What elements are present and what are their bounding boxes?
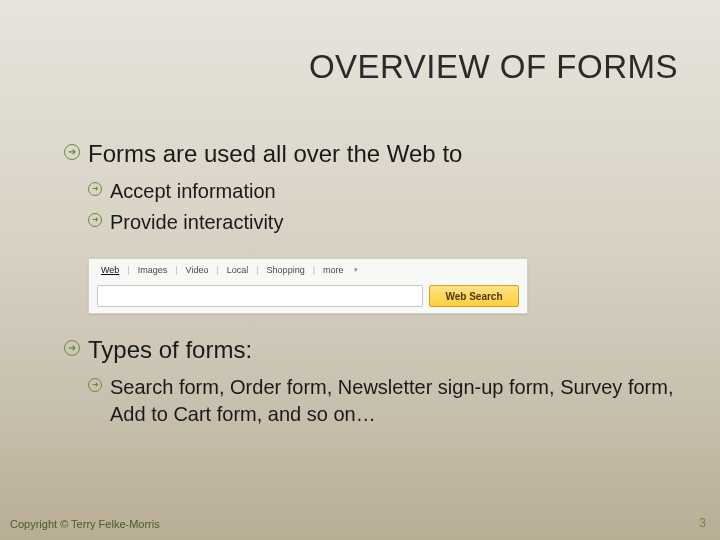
bullet-marker-icon: ➜ (88, 213, 102, 227)
tab-shopping: Shopping (265, 265, 307, 275)
section-2: ➜ Types of forms: ➜ Search form, Order f… (64, 336, 678, 428)
search-input (97, 285, 423, 307)
bullet-sub-1a: ➜ Accept information (88, 178, 678, 205)
bullet-main-1: ➜ Forms are used all over the Web to (64, 140, 678, 168)
web-search-button: Web Search (429, 285, 519, 307)
search-widget-illustration: Web | Images | Video | Local | Shopping … (88, 258, 528, 314)
bullet-main-1-text: Forms are used all over the Web to (88, 140, 462, 167)
bullet-marker-icon: ➜ (88, 378, 102, 392)
tab-images: Images (136, 265, 170, 275)
bullet-sub-1b-text: Provide interactivity (110, 211, 283, 233)
bullet-sub-1a-text: Accept information (110, 180, 276, 202)
chevron-down-icon: ▾ (354, 266, 358, 274)
search-tabs-row: Web | Images | Video | Local | Shopping … (99, 265, 358, 275)
tab-separator: | (216, 265, 218, 275)
bullet-main-2: ➜ Types of forms: (64, 336, 678, 364)
bullet-sub-2a-text: Search form, Order form, Newsletter sign… (110, 376, 674, 425)
tab-video: Video (184, 265, 211, 275)
bullet-sub-2a: ➜ Search form, Order form, Newsletter si… (88, 374, 678, 428)
tab-web: Web (99, 265, 121, 275)
copyright-footer: Copyright © Terry Felke-Morris (10, 518, 160, 530)
page-number: 3 (699, 516, 706, 530)
tab-separator: | (256, 265, 258, 275)
bullet-marker-icon: ➜ (88, 182, 102, 196)
slide-body: ➜ Forms are used all over the Web to ➜ A… (64, 140, 678, 432)
tab-more: more (321, 265, 346, 275)
search-input-row: Web Search (97, 285, 519, 307)
bullet-main-2-text: Types of forms: (88, 336, 252, 363)
tab-separator: | (127, 265, 129, 275)
slide-title: OVERVIEW OF FORMS (309, 48, 678, 86)
tab-local: Local (225, 265, 251, 275)
tab-separator: | (313, 265, 315, 275)
bullet-marker-icon: ➜ (64, 144, 80, 160)
web-search-button-label: Web Search (445, 291, 502, 302)
bullet-sub-1b: ➜ Provide interactivity (88, 209, 678, 236)
tab-separator: | (175, 265, 177, 275)
bullet-marker-icon: ➜ (64, 340, 80, 356)
